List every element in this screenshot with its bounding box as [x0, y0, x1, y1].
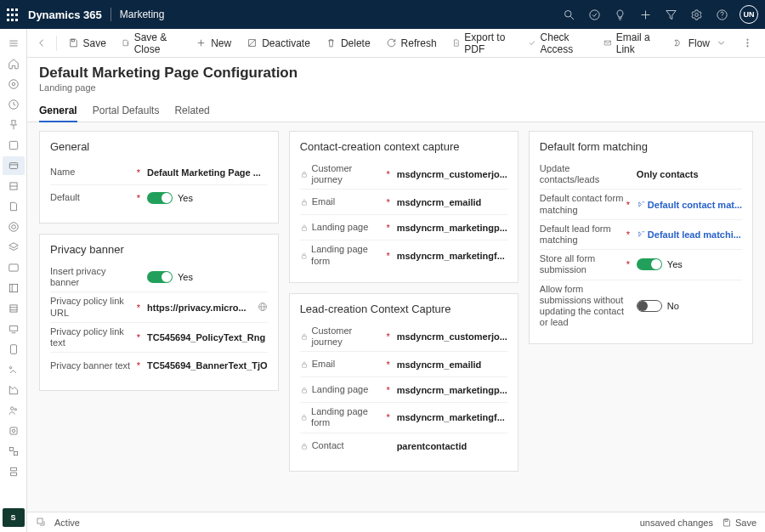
nav-icon-10[interactable] — [3, 320, 25, 338]
svg-rect-51 — [302, 174, 306, 178]
toggle-on[interactable] — [147, 271, 173, 283]
field-update-contacts[interactable]: Update contacts/leads Only contacts — [540, 160, 742, 190]
field-cc-email[interactable]: Email * msdyncrm_emailid — [300, 190, 507, 215]
nav-icon-2-selected[interactable] — [3, 156, 25, 175]
hamburger-icon[interactable] — [3, 34, 25, 53]
nav-icon-17[interactable] — [3, 462, 25, 481]
value: parentcontactid — [397, 441, 468, 451]
lookup-link[interactable]: Default lead matchi... — [637, 229, 741, 240]
delete-button[interactable]: Delete — [320, 31, 377, 55]
nav-icon-13[interactable] — [3, 381, 25, 399]
gear-nav-icon[interactable] — [3, 75, 25, 93]
lookup-link[interactable]: Default contact mat... — [637, 200, 742, 210]
nav-icon-15[interactable] — [3, 422, 25, 440]
task-checker-icon[interactable] — [586, 7, 602, 22]
label: Store all form submission — [540, 253, 625, 275]
field-insert-banner[interactable]: Insert privacy banner Yes — [50, 263, 268, 292]
globe-icon[interactable] — [258, 302, 268, 314]
new-button[interactable]: New — [190, 31, 237, 55]
field-lc-email[interactable]: Email * msdyncrm_emailid — [300, 352, 507, 377]
email-link-button[interactable]: Email a Link — [598, 31, 664, 55]
nav-icon-5[interactable] — [3, 218, 25, 236]
field-cc-journey[interactable]: Customer journey * msdyncrm_customerjo..… — [300, 160, 507, 190]
card-title: General — [50, 140, 268, 153]
svg-rect-59 — [302, 445, 306, 449]
field-store-submission[interactable]: Store all form submission * Yes — [540, 250, 742, 280]
nav-icon-7[interactable] — [3, 258, 25, 277]
app-launcher-icon[interactable] — [7, 8, 20, 21]
tab-related[interactable]: Related — [174, 99, 209, 122]
label: Privacy policy link URL — [50, 296, 135, 318]
plus-icon[interactable] — [638, 7, 653, 22]
card-general: General Name * Default Marketing Page ..… — [39, 131, 279, 224]
svg-point-46 — [746, 42, 747, 43]
nav-icon-3[interactable] — [3, 177, 25, 195]
label: Insert privacy banner — [50, 266, 135, 288]
nav-icon-8[interactable] — [3, 279, 25, 297]
nav-icon-11[interactable] — [3, 340, 25, 359]
value: No — [667, 301, 679, 311]
svg-rect-30 — [10, 345, 16, 354]
svg-point-21 — [11, 225, 15, 229]
field-name[interactable]: Name * Default Marketing Page ... — [50, 160, 268, 185]
form-tabs: General Portal Defaults Related — [27, 96, 765, 122]
required-indicator: * — [625, 259, 632, 269]
field-lc-contact[interactable]: Contact parentcontactid — [300, 433, 507, 459]
nav-icon-12[interactable] — [3, 360, 25, 379]
nav-icon-14[interactable] — [3, 401, 25, 420]
toggle-on[interactable] — [637, 258, 662, 270]
nav-icon-1[interactable] — [3, 136, 25, 155]
field-lc-landingpage[interactable]: Landing page * msdyncrm_marketingp... — [300, 377, 507, 403]
save-close-button[interactable]: Save & Close — [116, 31, 186, 55]
toggle-on[interactable] — [147, 192, 173, 204]
tab-general[interactable]: General — [39, 99, 77, 122]
refresh-button[interactable]: Refresh — [380, 31, 443, 55]
required-indicator: * — [135, 332, 142, 342]
nav-icon-6[interactable] — [3, 238, 25, 257]
export-pdf-button[interactable]: Export to PDF — [446, 31, 518, 55]
nav-icon-9[interactable] — [3, 299, 25, 318]
nav-icon-16[interactable] — [3, 442, 25, 461]
svg-rect-60 — [37, 518, 42, 524]
required-indicator: * — [385, 223, 392, 233]
save-button[interactable]: Save — [62, 31, 112, 55]
filter-icon[interactable] — [663, 7, 678, 22]
required-indicator: * — [625, 200, 632, 210]
label: Allow form submissions without updating … — [540, 284, 625, 329]
footer-save-button[interactable]: Save — [722, 518, 756, 528]
svg-line-42 — [249, 40, 256, 47]
overflow-menu-button[interactable] — [736, 32, 758, 54]
search-icon[interactable] — [561, 7, 576, 22]
field-lead-matching[interactable]: Default lead form matching * Default lea… — [540, 220, 742, 250]
back-button[interactable] — [34, 32, 51, 54]
deactivate-button[interactable]: Deactivate — [241, 31, 316, 55]
tab-portal-defaults[interactable]: Portal Defaults — [93, 99, 160, 122]
area-switcher-badge[interactable]: S — [3, 508, 25, 527]
field-lc-landingpageform[interactable]: Landing page form * msdyncrm_marketingf.… — [300, 403, 507, 433]
lock-icon — [300, 224, 309, 232]
settings-icon[interactable] — [688, 7, 704, 22]
user-avatar[interactable]: UN — [740, 5, 758, 24]
field-cc-landingpage[interactable]: Landing page * msdyncrm_marketingp... — [300, 215, 507, 241]
field-contact-matching[interactable]: Default contact form matching * Default … — [540, 190, 742, 219]
field-banner-text[interactable]: Privacy banner text * TC545694_BannerTex… — [50, 353, 268, 378]
lightbulb-icon[interactable] — [612, 7, 627, 22]
recent-icon[interactable] — [3, 95, 25, 114]
field-privacy-url[interactable]: Privacy policy link URL * https://privac… — [50, 292, 268, 322]
pinned-icon[interactable] — [3, 116, 25, 134]
label: Landing page — [300, 384, 385, 395]
nav-icon-4[interactable] — [3, 197, 25, 216]
popout-icon[interactable] — [36, 517, 46, 529]
field-allow-without-update[interactable]: Allow form submissions without updating … — [540, 280, 742, 332]
field-lc-journey[interactable]: Customer journey * msdyncrm_customerjo..… — [300, 322, 507, 352]
flow-button[interactable]: Flow — [667, 31, 733, 55]
home-icon[interactable] — [3, 54, 25, 73]
value: msdyncrm_customerjo... — [397, 169, 507, 179]
svg-rect-53 — [302, 227, 306, 230]
help-icon[interactable] — [714, 7, 729, 22]
field-cc-landingpageform[interactable]: Landing page form * msdyncrm_marketingf.… — [300, 241, 507, 269]
check-access-button[interactable]: Check Access — [522, 31, 594, 55]
field-privacy-text[interactable]: Privacy policy link text * TC545694_Poli… — [50, 323, 268, 353]
toggle-off[interactable] — [637, 300, 662, 312]
field-default[interactable]: Default * Yes — [50, 185, 268, 211]
